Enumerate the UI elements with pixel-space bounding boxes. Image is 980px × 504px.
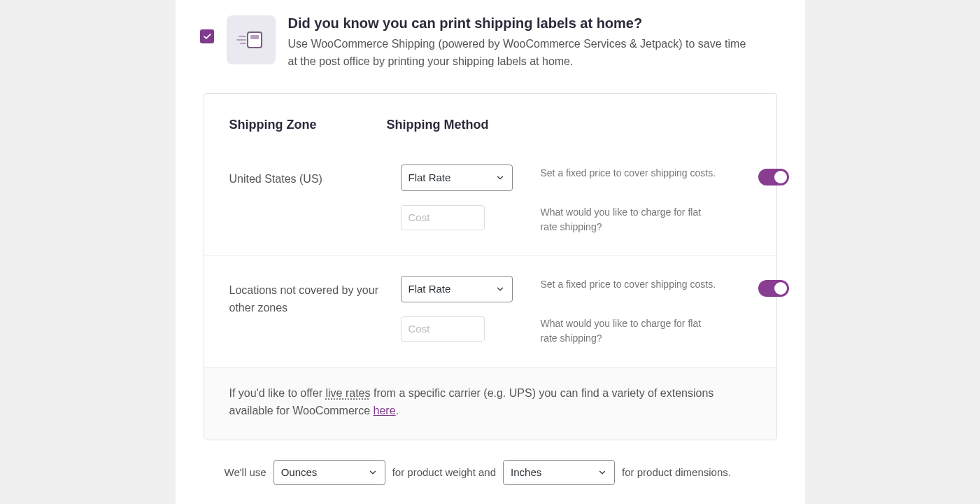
chevron-down-icon	[495, 284, 505, 294]
extensions-link[interactable]: here	[374, 405, 396, 416]
header-zone: Shipping Zone	[229, 118, 387, 132]
cost-desc: What would you like to charge for flat r…	[541, 316, 719, 346]
live-rates-text: live rates	[325, 387, 370, 399]
panel-footer-text: If you'd like to offer live rates from a…	[204, 367, 776, 440]
cost-input[interactable]	[401, 205, 485, 230]
header-method: Shipping Method	[387, 118, 751, 132]
dimension-unit-select[interactable]: Inches	[503, 460, 615, 485]
chevron-down-icon	[495, 173, 505, 183]
chevron-down-icon	[597, 468, 607, 477]
shipping-method-value: Flat Rate	[409, 283, 451, 295]
shipping-method-select[interactable]: Flat Rate	[401, 276, 513, 302]
banner-title: Did you know you can print shipping labe…	[288, 15, 756, 31]
banner-desc: Use WooCommerce Shipping (powered by Woo…	[288, 36, 756, 71]
zone-toggle[interactable]	[758, 169, 789, 186]
check-icon	[202, 31, 212, 41]
print-labels-checkbox[interactable]	[200, 29, 214, 43]
zone-name: United States (US)	[229, 164, 387, 188]
shipping-label-icon	[227, 15, 276, 64]
shipping-method-value: Flat Rate	[409, 172, 451, 183]
dimension-unit-value: Inches	[511, 466, 541, 478]
weight-unit-select[interactable]: Ounces	[274, 460, 385, 485]
zone-row: United States (US) Flat Rate Set a fixed…	[204, 145, 776, 255]
svg-rect-1	[250, 35, 259, 39]
chevron-down-icon	[368, 468, 378, 477]
units-text: for product dimensions.	[622, 466, 731, 478]
svg-rect-0	[248, 32, 262, 48]
method-desc: Set a fixed price to cover shipping cost…	[541, 164, 719, 191]
units-text: for product weight and	[392, 466, 496, 478]
units-text: We'll use	[225, 466, 267, 478]
weight-unit-value: Ounces	[281, 466, 318, 478]
zone-row: Locations not covered by your other zone…	[204, 255, 776, 367]
zone-toggle[interactable]	[758, 280, 789, 297]
method-desc: Set a fixed price to cover shipping cost…	[541, 276, 719, 302]
cost-desc: What would you like to charge for flat r…	[541, 205, 719, 234]
cost-input[interactable]	[401, 316, 485, 342]
shipping-method-select[interactable]: Flat Rate	[401, 164, 513, 191]
zone-name: Locations not covered by your other zone…	[229, 276, 387, 317]
